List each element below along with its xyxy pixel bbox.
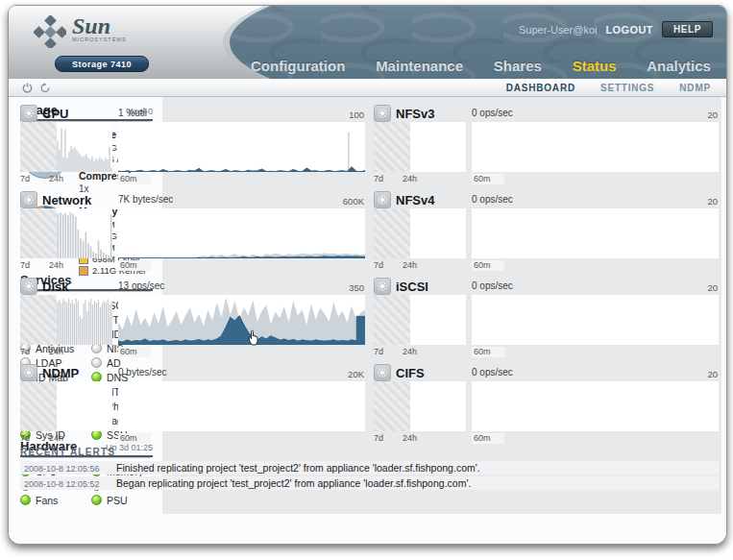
chart-24h-thumbnail[interactable] [57,381,112,431]
chart-current-value: 0 ops/sec [472,367,513,377]
chart-7d-thumbnail[interactable] [20,122,57,172]
hardware-fans[interactable]: Fans [20,493,91,507]
chart-60m-plot[interactable] [118,381,365,431]
chart-current-value: 0 ops/sec [472,280,513,291]
chart-status-icon[interactable] [20,105,37,122]
chart-7d-thumbnail[interactable] [374,381,410,431]
chart-24h-thumbnail[interactable] [410,381,466,431]
chart-60m-plot[interactable] [472,208,719,258]
chart-7d-thumbnail[interactable] [374,295,410,345]
chart-range-7d[interactable]: 7d [20,433,30,443]
alert-row: 2008-10-8 12:05:52Began replicating proj… [20,476,719,490]
chart-24h-thumbnail[interactable] [410,208,466,258]
chart-range-24h[interactable]: 24h [49,347,63,356]
chart-range-7d[interactable]: 7d [374,433,383,443]
main-tabs: ConfigurationMaintenanceSharesStatusAnal… [251,58,711,74]
chart-status-icon[interactable] [20,278,37,295]
chart-7d-thumbnail[interactable] [374,122,410,172]
chart-range-7d[interactable]: 7d [374,260,383,270]
chart-max-value: 20 [707,282,718,293]
chart-60m-plot[interactable] [118,295,365,345]
chart-range-7d[interactable]: 7d [20,347,30,356]
chart-60m-plot[interactable] [472,381,719,431]
chart-max-value: 20 [707,196,718,207]
chart-60m-plot[interactable] [118,122,365,172]
tab-status[interactable]: Status [573,58,617,74]
chart-range-7d[interactable]: 7d [374,174,383,183]
chart-range-7d[interactable]: 7d [20,260,30,270]
restart-icon[interactable] [39,83,51,93]
chart-range-24h[interactable]: 24h [403,347,417,356]
tab-configuration[interactable]: Configuration [251,58,345,74]
chart-range-24h[interactable]: 24h [403,260,417,270]
chart-current-value: 0 ops/sec [472,194,513,205]
chart-status-icon[interactable] [20,364,37,381]
chart-range-60m[interactable]: 60m [472,347,504,357]
chart-7d-thumbnail[interactable] [20,295,57,345]
subnav-bar: DASHBOARDSETTINGSNDMP [9,79,726,97]
chart-max-value: 600K [343,196,364,207]
chart-title[interactable]: NDMP [42,366,79,380]
chart-24h-thumbnail[interactable] [57,295,112,345]
chart-range-24h[interactable]: 24h [49,260,63,270]
chart-24h-thumbnail[interactable] [57,122,112,172]
chart-range-7d[interactable]: 7d [20,174,30,183]
chart-status-icon[interactable] [374,364,391,381]
chart-title[interactable]: CPU [42,107,68,121]
chart-range-24h[interactable]: 24h [403,433,417,443]
tab-shares[interactable]: Shares [494,58,542,74]
chart-range-60m[interactable]: 60m [118,260,151,271]
chart-status-icon[interactable] [374,105,391,122]
tab-maintenance[interactable]: Maintenance [376,58,463,74]
chart-status-icon[interactable] [374,278,391,295]
chart-range-60m[interactable]: 60m [472,174,504,184]
chart-disk: Disk 13 ops/sec 350 7d 24h 60m [20,278,365,356]
chart-title[interactable]: NFSv4 [396,193,434,207]
chart-iscsi: iSCSI 0 ops/sec 20 7d 24h 60m [374,278,719,356]
chart-max-value: 350 [349,282,364,293]
chart-title[interactable]: NFSv3 [396,107,434,121]
chart-title[interactable]: iSCSI [396,280,428,294]
tab-analytics[interactable]: Analytics [647,58,711,74]
logout-button[interactable]: LOGOUT [605,24,652,36]
chart-status-icon[interactable] [20,191,37,208]
chart-range-60m[interactable]: 60m [472,433,504,444]
chart-60m-plot[interactable] [472,295,719,345]
chart-range-7d[interactable]: 7d [374,347,383,356]
chart-grid: CPU 1 %util 100 7d 24h 60m [20,105,719,443]
subnav-item-settings[interactable]: SETTINGS [600,83,654,93]
chart-7d-thumbnail[interactable] [20,208,57,258]
hardware-psu[interactable]: PSU [91,493,153,507]
recent-alerts: RECENT ALERTS 2008-10-8 12:05:56Finished… [20,447,719,492]
chart-range-24h[interactable]: 24h [49,174,63,183]
alert-message: Began replicating project 'test_project2… [116,477,471,489]
chart-current-value: 7K bytes/sec [118,194,173,205]
subnav-item-ndmp[interactable]: NDMP [679,83,711,93]
chart-range-60m[interactable]: 60m [118,174,151,184]
help-button[interactable]: HELP [662,21,713,37]
chart-title[interactable]: Disk [42,280,68,294]
chart-60m-plot[interactable] [472,122,719,172]
chart-range-60m[interactable]: 60m [118,433,151,444]
subnav-item-dashboard[interactable]: DASHBOARD [506,83,575,93]
chart-title[interactable]: CIFS [396,366,425,380]
alert-timestamp: 2008-10-8 12:05:56 [24,464,116,474]
chart-range-60m[interactable]: 60m [472,260,504,271]
chart-range-24h[interactable]: 24h [403,174,417,183]
masthead: Sun microsystems Storage 7410 Super-User… [9,6,726,79]
chart-7d-thumbnail[interactable] [374,208,410,258]
chart-current-value: 1 %util [118,108,147,118]
alert-row: 2008-10-8 12:05:56Finished replicating p… [20,461,719,475]
chart-range-24h[interactable]: 24h [49,433,63,443]
chart-title[interactable]: Network [42,193,91,207]
logged-in-user: Super-User@koi [519,24,597,36]
chart-24h-thumbnail[interactable] [410,295,466,345]
chart-status-icon[interactable] [374,191,391,208]
chart-24h-thumbnail[interactable] [410,122,466,172]
chart-24h-thumbnail[interactable] [57,208,112,258]
power-icon[interactable] [22,83,33,93]
chart-current-value: 13 ops/sec [118,280,164,291]
chart-60m-plot[interactable] [118,208,365,258]
chart-range-60m[interactable]: 60m [118,347,151,357]
chart-7d-thumbnail[interactable] [20,381,57,431]
